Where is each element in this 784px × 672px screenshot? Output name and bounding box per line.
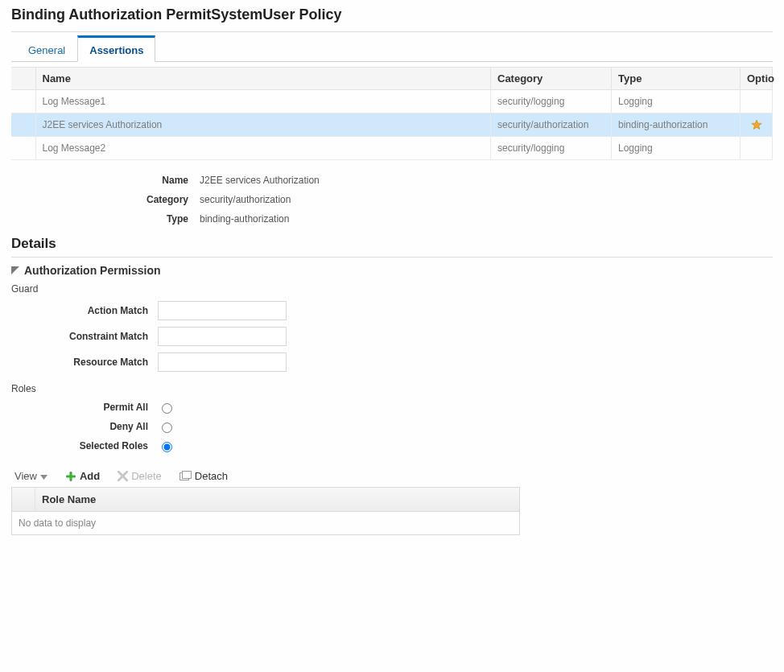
- column-name[interactable]: Name: [35, 68, 491, 90]
- page-title: Binding Authorization PermitSystemUser P…: [11, 6, 773, 23]
- detach-label: Detach: [195, 470, 228, 482]
- add-button[interactable]: Add: [65, 470, 100, 482]
- cell-type: Logging: [612, 137, 741, 160]
- summary-name-label: Name: [11, 175, 200, 186]
- view-menu-label: View: [14, 470, 37, 482]
- tab-bar: General Assertions: [11, 35, 773, 62]
- cell-category: security/authorization: [491, 113, 612, 137]
- role-table-empty-text: No data to display: [12, 512, 519, 534]
- details-heading: Details: [11, 236, 773, 252]
- column-category[interactable]: Category: [491, 68, 612, 90]
- resource-match-label: Resource Match: [11, 357, 158, 368]
- view-menu-button[interactable]: View: [14, 470, 47, 482]
- selected-roles-radio[interactable]: [162, 442, 172, 452]
- cell-category: security/logging: [491, 90, 612, 113]
- role-table: Role Name No data to display: [11, 487, 520, 535]
- authorization-permission-label: Authorization Permission: [24, 264, 161, 277]
- guard-heading: Guard: [11, 283, 773, 295]
- table-row[interactable]: J2EE services Authorizationsecurity/auth…: [11, 113, 773, 137]
- table-row[interactable]: Log Message2security/loggingLogging: [11, 137, 773, 160]
- cell-options: [741, 113, 773, 137]
- row-expand-cell: [11, 137, 35, 160]
- roles-toolbar: View Add Delete: [11, 465, 773, 487]
- column-options[interactable]: Optio: [741, 68, 773, 90]
- authorization-permission-header[interactable]: Authorization Permission: [11, 264, 773, 277]
- constraint-match-input[interactable]: [158, 327, 287, 346]
- svg-marker-2: [40, 475, 47, 480]
- collapse-triangle-icon: [11, 266, 19, 274]
- selected-roles-label: Selected Roles: [11, 440, 158, 451]
- role-header-spacer: [12, 488, 35, 511]
- deny-all-radio[interactable]: [162, 423, 172, 433]
- action-match-input[interactable]: [158, 301, 287, 320]
- row-expand-cell: [11, 113, 35, 137]
- plus-icon: [65, 471, 76, 482]
- detach-icon: [179, 471, 192, 481]
- permit-all-label: Permit All: [11, 402, 158, 413]
- cell-type: Logging: [612, 90, 741, 113]
- tab-assertions[interactable]: Assertions: [77, 35, 155, 62]
- assertions-table: Name Category Type Optio Log Message1sec…: [11, 67, 773, 160]
- detach-button[interactable]: Detach: [179, 470, 228, 482]
- delete-label: Delete: [131, 470, 162, 482]
- summary-type-value: binding-authorization: [200, 213, 289, 225]
- svg-marker-0: [751, 120, 761, 129]
- cell-name: Log Message1: [35, 90, 491, 113]
- x-icon: [118, 471, 128, 481]
- cell-type: binding-authorization: [612, 113, 741, 137]
- add-label: Add: [80, 470, 100, 482]
- cell-options: [741, 90, 773, 113]
- delete-button[interactable]: Delete: [118, 470, 162, 482]
- cell-name: J2EE services Authorization: [35, 113, 491, 137]
- summary-type-label: Type: [11, 213, 200, 225]
- column-blank: [11, 68, 35, 90]
- svg-rect-8: [182, 472, 191, 479]
- summary-category-label: Category: [11, 194, 200, 205]
- summary-name-value: J2EE services Authorization: [200, 175, 320, 186]
- action-match-label: Action Match: [11, 305, 158, 316]
- role-name-column[interactable]: Role Name: [35, 488, 102, 511]
- cell-name: Log Message2: [35, 137, 491, 160]
- divider: [11, 31, 773, 32]
- cell-options: [741, 137, 773, 160]
- resource-match-input[interactable]: [158, 352, 287, 372]
- star-icon[interactable]: [747, 119, 765, 130]
- cell-category: security/logging: [491, 137, 612, 160]
- row-expand-cell: [11, 90, 35, 113]
- table-row[interactable]: Log Message1security/loggingLogging: [11, 90, 773, 113]
- deny-all-label: Deny All: [11, 421, 158, 432]
- summary-category-value: security/authorization: [200, 194, 291, 205]
- divider: [11, 257, 773, 258]
- column-type[interactable]: Type: [612, 68, 741, 90]
- svg-rect-4: [66, 475, 76, 477]
- roles-heading: Roles: [11, 383, 773, 394]
- assertions-header-row: Name Category Type Optio: [11, 68, 773, 90]
- permit-all-radio[interactable]: [162, 403, 172, 414]
- svg-marker-1: [11, 266, 19, 274]
- tab-general[interactable]: General: [16, 37, 77, 61]
- selected-assertion-summary: Name J2EE services Authorization Categor…: [11, 175, 773, 225]
- constraint-match-label: Constraint Match: [11, 331, 158, 342]
- dropdown-triangle-icon: [40, 470, 47, 482]
